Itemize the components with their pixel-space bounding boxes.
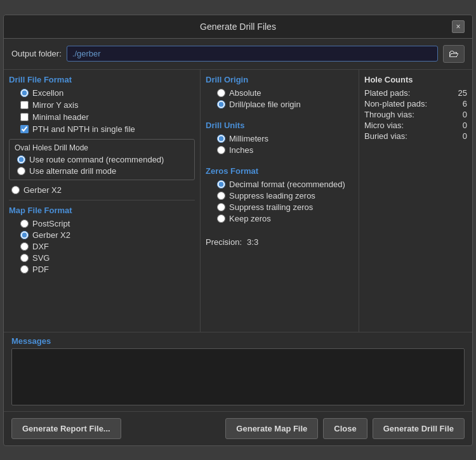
radio-suppress-leading[interactable]: Suppress leading zeros [217, 191, 354, 200]
map-file-format-options: PostScript Gerber X2 DXF SVG PDF [9, 219, 195, 274]
radio-svg[interactable]: SVG [20, 253, 195, 263]
dialog-title: Generate Drill Files [24, 22, 452, 32]
radio-pdf-label: PDF [32, 265, 49, 274]
hc-nonplated-value: 6 [445, 99, 467, 108]
radio-keep-zeros-label: Keep zeros [229, 214, 271, 223]
radio-inches[interactable]: Inches [217, 145, 354, 155]
oval-holes-label: Oval Holes Drill Mode [15, 143, 189, 152]
radio-use-alternate[interactable]: Use alternate drill mode [17, 166, 189, 176]
oval-holes-options: Use route command (recommended) Use alte… [15, 155, 189, 176]
radio-excellon-label: Excellon [32, 88, 63, 98]
precision-value: 3:3 [247, 237, 258, 247]
hc-buried-label: Buried vias: [364, 131, 440, 141]
checkbox-pth-npth[interactable]: PTH and NPTH in single file [9, 124, 195, 134]
main-content: Drill File Format Excellon Mirror Y axis… [4, 70, 472, 332]
radio-dxf-label: DXF [32, 242, 49, 251]
radio-postscript-label: PostScript [32, 219, 70, 228]
radio-millimeters[interactable]: Millimeters [217, 134, 354, 143]
precision-label: Precision: [206, 237, 242, 247]
checkbox-pth-npth-label: PTH and NPTH in single file [32, 124, 135, 134]
button-bar: Generate Report File... Generate Map Fil… [4, 412, 472, 445]
hc-micro-label: Micro vias: [364, 121, 440, 130]
drill-units-label: Drill Units [206, 121, 354, 130]
output-folder-row: Output folder: 🗁 [4, 39, 472, 70]
radio-dxf[interactable]: DXF [20, 242, 195, 251]
close-button[interactable]: Close [323, 418, 367, 439]
hc-plated-label: Plated pads: [364, 88, 440, 98]
hc-nonplated-label: Non-plated pads: [364, 99, 440, 108]
radio-absolute[interactable]: Absolute [217, 88, 354, 98]
title-bar: Generate Drill Files × [4, 15, 472, 39]
radio-use-alternate-label: Use alternate drill mode [29, 166, 116, 176]
drill-units-options: Millimeters Inches [206, 134, 354, 155]
radio-suppress-trailing[interactable]: Suppress trailing zeros [217, 202, 354, 212]
generate-drill-button[interactable]: Generate Drill File [373, 418, 465, 439]
oval-holes-section: Oval Holes Drill Mode Use route command … [9, 139, 195, 180]
messages-section: Messages [4, 332, 472, 412]
generate-drill-dialog: Generate Drill Files × Output folder: 🗁 … [3, 15, 473, 446]
drill-origin-label: Drill Origin [206, 75, 354, 84]
hc-buried-value: 0 [445, 131, 467, 141]
middle-column: Drill Origin Absolute Drill/place file o… [201, 70, 359, 332]
checkbox-minimal-header-label: Minimal header [32, 112, 89, 122]
radio-drill-place-label: Drill/place file origin [229, 100, 301, 109]
hc-plated-value: 25 [445, 88, 467, 98]
radio-gerber-x2-map-label: Gerber X2 [32, 230, 70, 240]
hole-counts-table: Plated pads: 25 Non-plated pads: 6 Throu… [364, 88, 467, 141]
radio-decimal-label: Decimal format (recommended) [229, 180, 345, 189]
close-x-button[interactable]: × [452, 20, 465, 33]
hole-counts-label: Hole Counts [364, 75, 467, 84]
radio-inches-label: Inches [229, 145, 253, 155]
messages-label: Messages [11, 336, 465, 346]
radio-absolute-label: Absolute [229, 88, 261, 98]
radio-svg-label: SVG [32, 253, 50, 263]
radio-drill-place[interactable]: Drill/place file origin [217, 100, 354, 109]
radio-decimal[interactable]: Decimal format (recommended) [217, 180, 354, 189]
radio-suppress-leading-label: Suppress leading zeros [229, 191, 315, 200]
output-folder-label: Output folder: [11, 49, 62, 58]
hc-through-label: Through vias: [364, 110, 440, 119]
map-file-format-label: Map File Format [9, 206, 195, 215]
drill-file-format-options: Excellon [9, 88, 195, 98]
zeros-format-label: Zeros Format [206, 166, 354, 176]
generate-report-button[interactable]: Generate Report File... [11, 418, 121, 439]
divider1 [9, 200, 195, 200]
radio-keep-zeros[interactable]: Keep zeros [217, 214, 354, 223]
drill-origin-options: Absolute Drill/place file origin [206, 88, 354, 109]
radio-excellon[interactable]: Excellon [20, 88, 195, 98]
zeros-format-options: Decimal format (recommended) Suppress le… [206, 180, 354, 223]
messages-textarea[interactable] [11, 348, 465, 405]
drill-file-format-label: Drill File Format [9, 75, 195, 84]
radio-gerber-x2-map[interactable]: Gerber X2 [20, 230, 195, 240]
precision-row: Precision: 3:3 [206, 235, 354, 249]
output-folder-input[interactable] [67, 46, 438, 62]
radio-millimeters-label: Millimeters [229, 134, 268, 143]
radio-pdf[interactable]: PDF [20, 265, 195, 274]
left-column: Drill File Format Excellon Mirror Y axis… [4, 70, 201, 332]
radio-gerber-x2-drill[interactable]: Gerber X2 [9, 185, 195, 195]
checkbox-mirror-y-label: Mirror Y axis [32, 100, 78, 110]
radio-gerber-x2-drill-label: Gerber X2 [23, 185, 62, 195]
radio-use-route-label: Use route command (recommended) [29, 155, 164, 164]
checkbox-mirror-y[interactable]: Mirror Y axis [9, 100, 195, 110]
browse-folder-button[interactable]: 🗁 [443, 45, 465, 63]
checkbox-minimal-header[interactable]: Minimal header [9, 112, 195, 122]
radio-postscript[interactable]: PostScript [20, 219, 195, 228]
radio-use-route[interactable]: Use route command (recommended) [17, 155, 189, 164]
hc-micro-value: 0 [445, 121, 467, 130]
radio-suppress-trailing-label: Suppress trailing zeros [229, 202, 313, 212]
generate-map-button[interactable]: Generate Map File [225, 418, 318, 439]
right-column: Hole Counts Plated pads: 25 Non-plated p… [359, 70, 472, 332]
hc-through-value: 0 [445, 110, 467, 119]
